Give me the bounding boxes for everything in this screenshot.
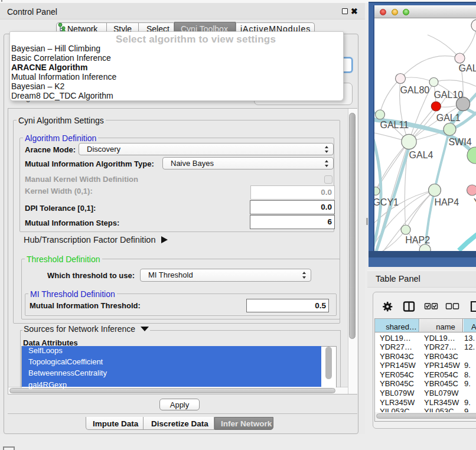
svg-text:GAL1: GAL1 <box>436 113 461 123</box>
svg-text:GAL2: GAL2 <box>459 63 476 73</box>
svg-text:GAL10: GAL10 <box>433 90 463 100</box>
svg-text:HAP4: HAP4 <box>434 197 459 207</box>
svg-text:GAL4: GAL4 <box>409 150 433 160</box>
svg-text:GAL11: GAL11 <box>380 120 409 130</box>
svg-text:YM: YM <box>474 197 476 207</box>
svg-text:HAP2: HAP2 <box>405 235 430 245</box>
svg-text:SWI4: SWI4 <box>448 137 471 147</box>
svg-text:GAL80: GAL80 <box>400 85 429 95</box>
svg-text:GCY1: GCY1 <box>374 197 399 207</box>
